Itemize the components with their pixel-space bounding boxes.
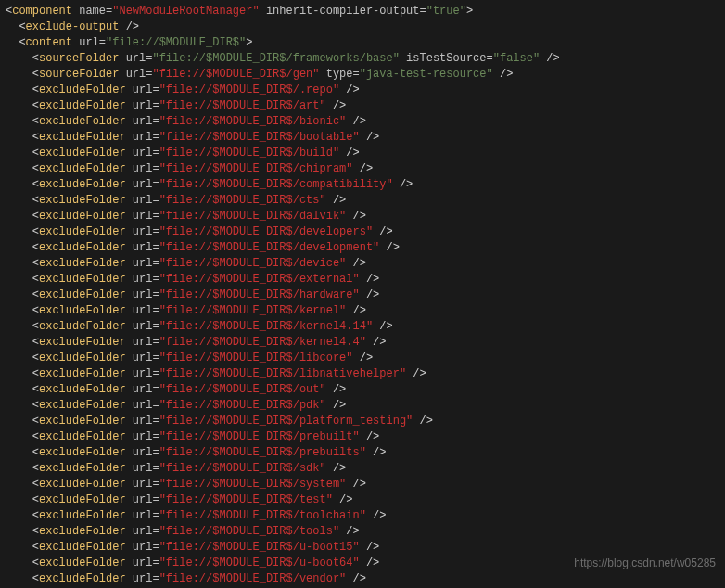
xml-code-block: <component name="NewModuleRootManager" i… <box>0 4 725 588</box>
code-line: <excludeFolder url="file://$MODULE_DIR$/… <box>0 524 725 540</box>
code-line: <excludeFolder url="file://$MODULE_DIR$/… <box>0 319 725 335</box>
code-line: <excludeFolder url="file://$MODULE_DIR$/… <box>0 114 725 130</box>
code-line: <excludeFolder url="file://$MODULE_DIR$/… <box>0 508 725 524</box>
code-line: <excludeFolder url="file://$MODULE_DIR$/… <box>0 209 725 224</box>
code-line: <excludeFolder url="file://$MODULE_DIR$/… <box>0 83 725 98</box>
code-line: <excludeFolder url="file://$MODULE_DIR$/… <box>0 351 725 366</box>
code-line: <excludeFolder url="file://$MODULE_DIR$/… <box>0 288 725 303</box>
code-line: <excludeFolder url="file://$MODULE_DIR$/… <box>0 303 725 319</box>
code-line: <excludeFolder url="file://$MODULE_DIR$/… <box>0 177 725 193</box>
code-line: <excludeFolder url="file://$MODULE_DIR$/… <box>0 571 725 587</box>
code-line: <excludeFolder url="file://$MODULE_DIR$/… <box>0 146 725 161</box>
code-line: <excludeFolder url="file://$MODULE_DIR$/… <box>0 540 725 556</box>
code-line: <excludeFolder url="file://$MODULE_DIR$/… <box>0 445 725 461</box>
code-line: <excludeFolder url="file://$MODULE_DIR$/… <box>0 272 725 288</box>
code-line: <excludeFolder url="file://$MODULE_DIR$/… <box>0 414 725 429</box>
code-line: <excludeFolder url="file://$MODULE_DIR$/… <box>0 335 725 351</box>
code-line: <content url="file://$MODULE_DIR$"> <box>0 35 725 51</box>
code-line: <excludeFolder url="file://$MODULE_DIR$/… <box>0 382 725 398</box>
code-line: <excludeFolder url="file://$MODULE_DIR$/… <box>0 256 725 272</box>
code-line: <excludeFolder url="file://$MODULE_DIR$/… <box>0 224 725 240</box>
code-line: <excludeFolder url="file://$MODULE_DIR$/… <box>0 366 725 382</box>
code-line: <exclude-output /> <box>0 19 725 35</box>
code-line: <excludeFolder url="file://$MODULE_DIR$/… <box>0 492 725 508</box>
code-line: <excludeFolder url="file://$MODULE_DIR$/… <box>0 161 725 177</box>
code-line: <sourceFolder url="file://$MODULE_DIR$/g… <box>0 67 725 83</box>
code-line: <excludeFolder url="file://$MODULE_DIR$/… <box>0 461 725 477</box>
code-line: <component name="NewModuleRootManager" i… <box>0 4 725 19</box>
watermark-text: https://blog.csdn.net/w05285 <box>574 556 716 571</box>
code-line: <excludeFolder url="file://$MODULE_DIR$/… <box>0 398 725 414</box>
code-line: <excludeFolder url="file://$MODULE_DIR$/… <box>0 98 725 114</box>
code-line: <excludeFolder url="file://$MODULE_DIR$/… <box>0 429 725 445</box>
code-line: <excludeFolder url="file://$MODULE_DIR$/… <box>0 240 725 256</box>
code-line: <sourceFolder url="file://$MODULE_DIR$/f… <box>0 51 725 67</box>
code-line: <excludeFolder url="file://$MODULE_DIR$/… <box>0 130 725 146</box>
code-line: <excludeFolder url="file://$MODULE_DIR$/… <box>0 193 725 209</box>
code-line: <excludeFolder url="file://$MODULE_DIR$/… <box>0 477 725 492</box>
